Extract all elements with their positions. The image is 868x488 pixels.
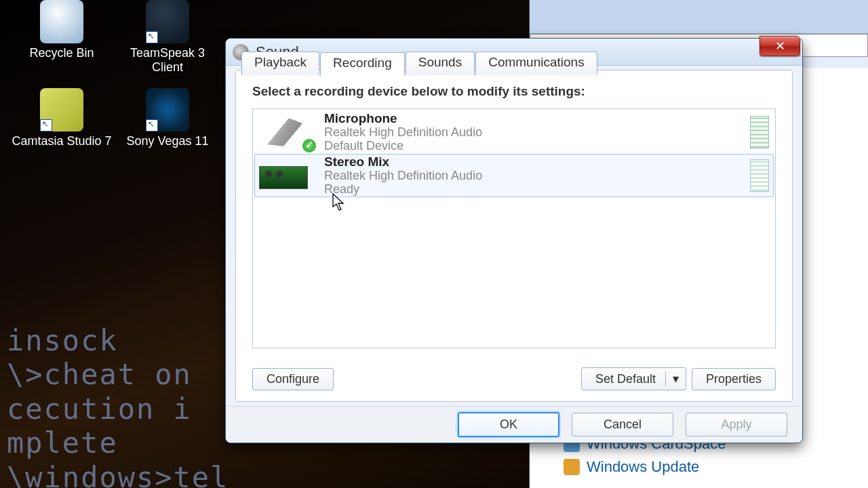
close-button[interactable]: ✕ xyxy=(760,36,800,56)
shortcut-overlay-icon xyxy=(146,31,158,43)
chevron-down-icon[interactable]: ▾ xyxy=(665,371,686,386)
device-text: Stereo MixRealtek High Definition AudioR… xyxy=(324,155,750,197)
desktop-icon-camtasia-studio-7[interactable]: Camtasia Studio 7 xyxy=(11,88,113,148)
tab-playback[interactable]: Playback xyxy=(241,52,319,75)
tab-sounds[interactable]: Sounds xyxy=(406,52,475,75)
tabs: PlaybackRecordingSoundsCommunications xyxy=(241,52,598,75)
sound-dialog: Sound ✕ PlaybackRecordingSoundsCommunica… xyxy=(225,38,803,443)
device-stereo-mix[interactable]: Stereo MixRealtek High Definition AudioR… xyxy=(254,154,774,197)
dialog-footer: OK Cancel Apply xyxy=(226,406,802,443)
microphone-icon xyxy=(259,115,313,150)
link-icon xyxy=(564,459,580,475)
tab-buttons: Configure Set Default ▾ Properties xyxy=(252,367,776,390)
app-icon xyxy=(40,0,83,43)
background-window-titlebar xyxy=(530,0,868,34)
desktop-icon-label: Recycle Bin xyxy=(11,46,113,60)
device-driver: Realtek High Definition Audio xyxy=(324,169,750,183)
desktop-icon-teamspeak-3-client[interactable]: TeamSpeak 3 Client xyxy=(117,0,218,75)
properties-button[interactable]: Properties xyxy=(692,368,776,390)
device-name: Microphone xyxy=(324,111,750,126)
device-status: Ready xyxy=(324,183,750,197)
control-panel-link[interactable]: Windows Update xyxy=(564,458,726,476)
soundcard-icon xyxy=(259,158,313,193)
device-status: Default Device xyxy=(324,140,750,153)
desktop-icon-sony-vegas-11[interactable]: Sony Vegas 11 xyxy=(117,88,218,148)
desktop-icon-label: Camtasia Studio 7 xyxy=(11,134,113,148)
desktop-icon-label: TeamSpeak 3 Client xyxy=(117,46,218,75)
device-text: MicrophoneRealtek High Definition AudioD… xyxy=(324,111,750,153)
tab-communications[interactable]: Communications xyxy=(475,52,597,75)
wallpaper-text: insock \>cheat on cecution i mplete \win… xyxy=(7,324,229,488)
app-icon xyxy=(146,88,189,131)
dialog-body: PlaybackRecordingSoundsCommunications Se… xyxy=(235,70,793,402)
tab-instruction: Select a recording device below to modif… xyxy=(252,84,776,99)
device-name: Stereo Mix xyxy=(324,155,750,169)
tab-recording[interactable]: Recording xyxy=(320,52,405,76)
device-driver: Realtek High Definition Audio xyxy=(324,126,750,140)
level-meter xyxy=(750,159,769,192)
app-icon xyxy=(40,88,83,131)
app-icon xyxy=(146,0,189,43)
set-default-label: Set Default xyxy=(595,372,656,386)
desktop-icon-recycle-bin[interactable]: Recycle Bin xyxy=(11,0,113,60)
device-microphone[interactable]: MicrophoneRealtek High Definition AudioD… xyxy=(254,110,774,154)
link-label: Windows Update xyxy=(587,458,699,476)
desktop-icon-label: Sony Vegas 11 xyxy=(117,134,218,148)
level-meter xyxy=(750,116,769,148)
default-check-icon xyxy=(301,138,317,154)
cancel-button[interactable]: Cancel xyxy=(572,413,673,436)
shortcut-overlay-icon xyxy=(146,119,158,131)
apply-button[interactable]: Apply xyxy=(686,413,787,436)
close-icon: ✕ xyxy=(775,39,785,54)
configure-button[interactable]: Configure xyxy=(252,368,334,390)
ok-button[interactable]: OK xyxy=(458,412,559,437)
device-list[interactable]: MicrophoneRealtek High Definition AudioD… xyxy=(252,108,776,348)
set-default-button[interactable]: Set Default ▾ xyxy=(581,367,686,390)
shortcut-overlay-icon xyxy=(40,119,52,131)
